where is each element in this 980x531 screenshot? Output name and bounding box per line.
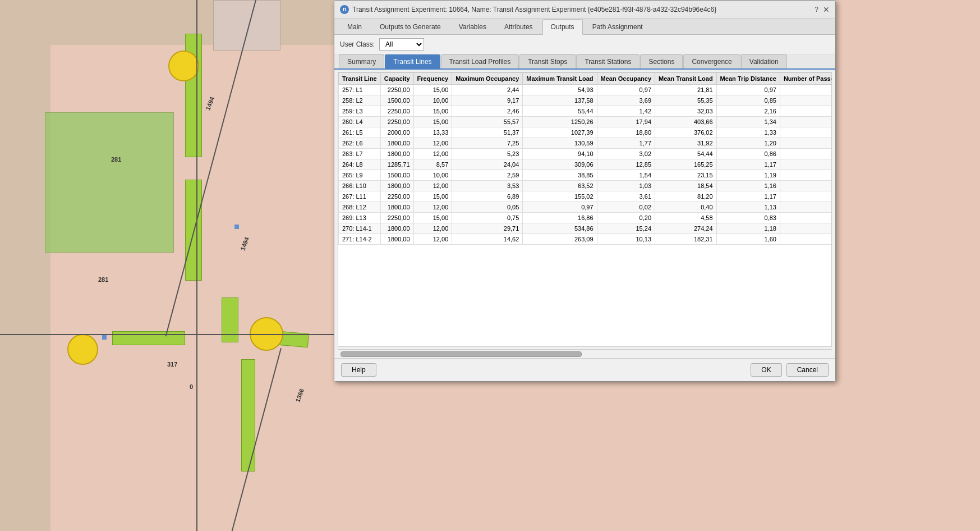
cell-mean-load: 32,03 [655, 106, 717, 117]
cell-max-occ: 24,04 [452, 159, 523, 170]
table-row: 257: L1 2250,00 15,00 2,44 54,93 0,97 21… [339, 85, 832, 95]
cell-max-load: 130,59 [523, 138, 597, 149]
cell-max-occ: 5,23 [452, 149, 523, 159]
cell-line: 267: L11 [339, 191, 381, 202]
park-area [45, 112, 174, 253]
title-left: n Transit Assignment Experiment: 10664, … [340, 5, 716, 14]
col-header-num-passengers: Number of Passengers [780, 73, 832, 85]
cell-frequency: 15,00 [413, 117, 452, 127]
cell-max-load: 16,86 [523, 213, 597, 223]
tab-attributes[interactable]: Attributes [496, 19, 541, 35]
cell-mean-load: 81,20 [655, 191, 717, 202]
table-body: 257: L1 2250,00 15,00 2,44 54,93 0,97 21… [339, 85, 832, 245]
tab-path-assignment[interactable]: Path Assignment [584, 19, 651, 35]
road-line-v [196, 0, 197, 531]
sub-tab-bar: Summary Transit Lines Transit Load Profi… [334, 54, 835, 70]
footer-left: Help [341, 363, 376, 377]
cell-num-pass [780, 149, 832, 159]
cell-mean-dist: 1,20 [716, 138, 780, 149]
sub-tab-transit-lines[interactable]: Transit Lines [385, 54, 440, 68]
cell-max-occ: 2,46 [452, 106, 523, 117]
close-button[interactable]: ✕ [823, 5, 830, 14]
cell-frequency: 10,00 [413, 95, 452, 106]
map-label-0: 0 [190, 383, 193, 390]
sub-tab-validation[interactable]: Validation [741, 54, 787, 68]
cell-line: 264: L8 [339, 159, 381, 170]
road-marking-3 [222, 297, 238, 342]
cell-max-occ: 51,37 [452, 127, 523, 138]
cell-line: 259: L3 [339, 106, 381, 117]
table-row: 259: L3 2250,00 15,00 2,46 55,44 1,42 32… [339, 106, 832, 117]
cell-frequency: 12,00 [413, 181, 452, 191]
cell-num-pass [780, 213, 832, 223]
cell-max-load: 1250,26 [523, 117, 597, 127]
cell-max-occ: 6,89 [452, 191, 523, 202]
cell-capacity: 1800,00 [380, 181, 413, 191]
cell-mean-occ: 10,13 [597, 234, 655, 245]
cell-num-pass [780, 181, 832, 191]
cell-frequency: 12,00 [413, 202, 452, 213]
cancel-button[interactable]: Cancel [786, 363, 829, 377]
cell-capacity: 1800,00 [380, 149, 413, 159]
tab-outputs[interactable]: Outputs [542, 19, 583, 35]
sub-tab-convergence[interactable]: Convergence [683, 54, 740, 68]
cell-mean-load: 403,66 [655, 117, 717, 127]
help-icon-btn[interactable]: ? [815, 6, 818, 13]
map-road-horizontal [0, 0, 334, 45]
cell-mean-load: 54,44 [655, 149, 717, 159]
table-row: 271: L14-2 1800,00 12,00 14,62 263,09 10… [339, 234, 832, 245]
cell-max-occ: 55,57 [452, 117, 523, 127]
cell-max-load: 1027,39 [523, 127, 597, 138]
cell-num-pass [780, 85, 832, 95]
cell-frequency: 15,00 [413, 85, 452, 95]
sub-tab-sections[interactable]: Sections [640, 54, 683, 68]
sub-tab-transit-stops[interactable]: Transit Stops [519, 54, 576, 68]
cell-capacity: 1500,00 [380, 170, 413, 181]
cell-capacity: 1800,00 [380, 223, 413, 234]
cell-line: 265: L9 [339, 170, 381, 181]
tab-variables[interactable]: Variables [450, 19, 495, 35]
cell-max-load: 263,09 [523, 234, 597, 245]
sub-tab-transit-stations[interactable]: Transit Stations [576, 54, 639, 68]
cell-line: 258: L2 [339, 95, 381, 106]
cell-line: 266: L10 [339, 181, 381, 191]
table-row: 268: L12 1800,00 12,00 0,05 0,97 0,02 0,… [339, 202, 832, 213]
user-class-row: User Class: All [334, 35, 835, 54]
help-button[interactable]: Help [341, 363, 376, 377]
cell-mean-occ: 0,20 [597, 213, 655, 223]
scrollbar-thumb[interactable] [341, 351, 582, 357]
table-row: 258: L2 1500,00 10,00 9,17 137,58 3,69 5… [339, 95, 832, 106]
cell-frequency: 12,00 [413, 138, 452, 149]
cell-num-pass [780, 170, 832, 181]
tab-outputs-to-generate[interactable]: Outputs to Generate [371, 19, 449, 35]
cell-num-pass [780, 95, 832, 106]
cell-mean-dist: 1,33 [716, 127, 780, 138]
cell-mean-occ: 1,54 [597, 170, 655, 181]
cell-mean-load: 18,54 [655, 181, 717, 191]
cell-capacity: 1800,00 [380, 202, 413, 213]
tab-main[interactable]: Main [339, 19, 370, 35]
cell-mean-dist: 0,86 [716, 149, 780, 159]
cell-num-pass [780, 138, 832, 149]
top-tab-bar: Main Outputs to Generate Variables Attri… [334, 19, 835, 35]
col-header-mean-trip-distance: Mean Trip Distance [716, 73, 780, 85]
cell-line: 270: L14-1 [339, 223, 381, 234]
cell-max-occ: 2,44 [452, 85, 523, 95]
ok-button[interactable]: OK [751, 363, 781, 377]
cell-max-load: 534,86 [523, 223, 597, 234]
data-table-container[interactable]: Transit Line Capacity Frequency Maximum … [338, 72, 832, 347]
cell-capacity: 1285,71 [380, 159, 413, 170]
cell-capacity: 2250,00 [380, 213, 413, 223]
user-class-select[interactable]: All [379, 38, 424, 51]
building-area [213, 0, 280, 51]
user-class-label: User Class: [340, 40, 375, 48]
cell-mean-occ: 1,77 [597, 138, 655, 149]
cell-mean-dist: 1,34 [716, 117, 780, 127]
horizontal-scrollbar[interactable] [338, 349, 832, 358]
sub-tab-summary[interactable]: Summary [339, 54, 384, 68]
road-marking-4 [241, 359, 255, 472]
transit-lines-table: Transit Line Capacity Frequency Maximum … [338, 72, 832, 245]
sub-tab-transit-load-profiles[interactable]: Transit Load Profiles [441, 54, 519, 68]
cell-num-pass [780, 202, 832, 213]
cell-mean-dist: 1,19 [716, 170, 780, 181]
